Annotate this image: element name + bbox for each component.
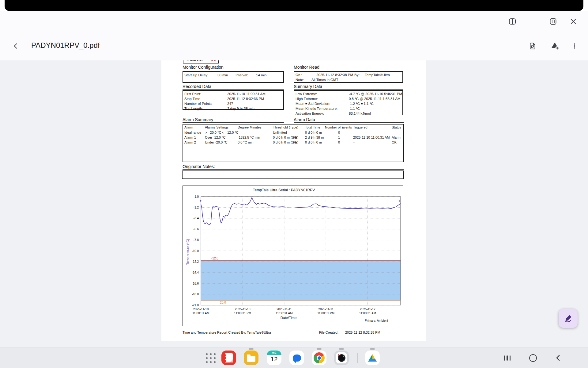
temperature-plot: -12.0-20.0TT1.0-1.2-3.4-5.6-7.8-10.0-12.… xyxy=(183,186,402,326)
section-title-monitor-configuration: Monitor Configuration xyxy=(183,65,224,70)
svg-text:11:00:31 PM: 11:00:31 PM xyxy=(317,312,334,315)
table-cell: 0 xyxy=(325,141,353,144)
home-button[interactable] xyxy=(527,351,538,365)
x-axis-label: Date/Time xyxy=(258,316,319,320)
svg-text:-12.2: -12.2 xyxy=(192,260,199,263)
table-cell: >=-20.0 °C <=-12.0 °C xyxy=(205,131,239,134)
pdf-page[interactable]: Alarm! ✕ Monitor Configuration Monitor R… xyxy=(161,60,426,341)
drive-icon xyxy=(368,354,377,362)
table-cell: -- xyxy=(238,131,240,134)
calendar-weekday: MIÉ xyxy=(267,351,281,355)
kv-label: Number of Points: xyxy=(184,102,213,106)
col-header: Alarms Settings xyxy=(205,126,228,129)
alarm-x-icon: ✕ xyxy=(208,60,219,64)
back-nav-button[interactable] xyxy=(553,351,564,365)
kv-label: Note: xyxy=(296,78,304,82)
table-cell: Unlimited xyxy=(273,131,287,134)
running-indicator xyxy=(249,348,254,350)
calendar-day: 12 xyxy=(267,355,281,363)
col-header: Threshold (Type) xyxy=(273,126,298,129)
kv-value: 0.8 °C @ 2025-11-11 1:56:31 AM xyxy=(349,97,401,101)
folder-icon xyxy=(247,356,255,362)
split-view-button[interactable] xyxy=(507,16,518,27)
alarm-table: Alarm Alarms Settings Degree Minutes Thr… xyxy=(183,124,404,162)
file-created-label: File Created: xyxy=(319,331,338,334)
underline xyxy=(183,169,404,170)
svg-text:T: T xyxy=(200,200,202,203)
add-to-drive-button[interactable] xyxy=(550,41,560,51)
my-files-app[interactable] xyxy=(244,351,258,365)
table-cell: Alarm 2 xyxy=(184,141,196,144)
app-drawer-icon xyxy=(206,353,216,363)
pdf-document-icon xyxy=(225,353,233,362)
messages-app[interactable] xyxy=(289,351,304,365)
kv-label: Interval: xyxy=(236,74,248,77)
minimize-button[interactable] xyxy=(528,16,538,27)
section-title-alarm-summary: Alarm Summary xyxy=(183,117,213,122)
section-title-recorded-data: Recorded Data xyxy=(183,84,211,89)
chart-legend: Primary: Ambient xyxy=(365,319,388,322)
table-cell: -- xyxy=(353,131,355,134)
svg-text:-5.6: -5.6 xyxy=(194,228,199,231)
recents-button[interactable] xyxy=(502,351,513,365)
svg-text:2025-11-11: 2025-11-11 xyxy=(318,308,334,311)
find-in-document-button[interactable] xyxy=(527,41,538,51)
kv-value: -1.1 °C xyxy=(349,107,360,111)
close-window-button[interactable] xyxy=(568,16,579,27)
restore-icon xyxy=(549,17,557,26)
kv-value: -4.7 °C @ 2025-11-10 5:46:31 PM xyxy=(349,92,402,96)
calendar-icon: MIÉ 12 xyxy=(267,351,281,365)
chat-bubble-icon xyxy=(293,355,301,362)
table-cell: 2 d 9 h 38 m xyxy=(305,136,324,139)
table-cell: 0 d 0 h 0 m xyxy=(305,131,322,134)
col-header: Triggered xyxy=(353,126,368,129)
back-chevron-icon xyxy=(554,354,563,362)
svg-text:-3.4: -3.4 xyxy=(194,217,199,220)
col-header: Status xyxy=(392,126,401,129)
col-header: Alarm xyxy=(184,126,193,129)
app-header: PADYN01RPV_0.pdf xyxy=(0,11,588,61)
temperature-chart: -12.0-20.0TT1.0-1.2-3.4-5.6-7.8-10.0-12.… xyxy=(183,186,403,326)
svg-text:-21.0: -21.0 xyxy=(192,304,199,307)
drive-app[interactable] xyxy=(365,351,380,365)
home-icon xyxy=(529,354,537,362)
pen-signature-icon xyxy=(563,313,573,323)
camera-app[interactable] xyxy=(334,351,349,365)
kv-value: -1.2 °C ± 1.1 °C xyxy=(349,102,374,106)
svg-text:11:00:31 AM: 11:00:31 AM xyxy=(192,312,209,315)
underline xyxy=(183,89,284,90)
monitor-configuration-box: Start Up Delay: 30 min Interval: 14 min xyxy=(183,71,284,83)
recorded-data-box: First Point: 2025-11-10 11:00:31 AM Stop… xyxy=(183,90,284,110)
app-drawer-button[interactable] xyxy=(203,351,218,365)
svg-text:-1.2: -1.2 xyxy=(194,206,199,209)
table-cell: Under -20.0 °C xyxy=(205,141,228,144)
chrome-icon xyxy=(314,352,325,363)
table-cell: -- xyxy=(353,141,355,144)
overflow-menu-button[interactable] xyxy=(569,41,580,51)
pdf-viewer-area[interactable]: Alarm! ✕ Monitor Configuration Monitor R… xyxy=(0,60,588,347)
svg-text:-16.6: -16.6 xyxy=(192,282,199,285)
kv-value: 2 day 9 hr 38 min xyxy=(227,107,254,111)
kv-label: First Point: xyxy=(184,92,201,96)
recents-icon xyxy=(504,355,511,361)
kv-label: By : xyxy=(354,73,360,77)
chrome-app[interactable] xyxy=(312,351,326,365)
restore-window-button[interactable] xyxy=(548,16,558,27)
svg-text:11:00:31 AM: 11:00:31 AM xyxy=(359,312,376,315)
kv-label: Activation Energy: xyxy=(296,112,324,116)
svg-text:11:00:31 PM: 11:00:31 PM xyxy=(234,312,251,315)
running-indicator xyxy=(339,348,344,350)
kv-label: Trip Length: xyxy=(184,107,203,111)
back-button[interactable] xyxy=(11,41,22,51)
col-header: Number of Events xyxy=(325,126,352,129)
section-title-monitor-read: Monitor Read xyxy=(294,65,319,70)
svg-text:2025-11-10: 2025-11-10 xyxy=(235,308,251,311)
alarm-banner: Alarm! ✕ xyxy=(183,60,219,63)
alarm-banner-label: Alarm! xyxy=(183,60,207,62)
calendar-app[interactable]: MIÉ 12 xyxy=(267,351,281,365)
pdf-reader-app[interactable] xyxy=(221,351,236,365)
back-arrow-icon xyxy=(13,42,21,50)
annotate-fab[interactable] xyxy=(559,309,578,328)
table-cell: -- xyxy=(392,131,394,134)
status-bar xyxy=(5,0,583,11)
